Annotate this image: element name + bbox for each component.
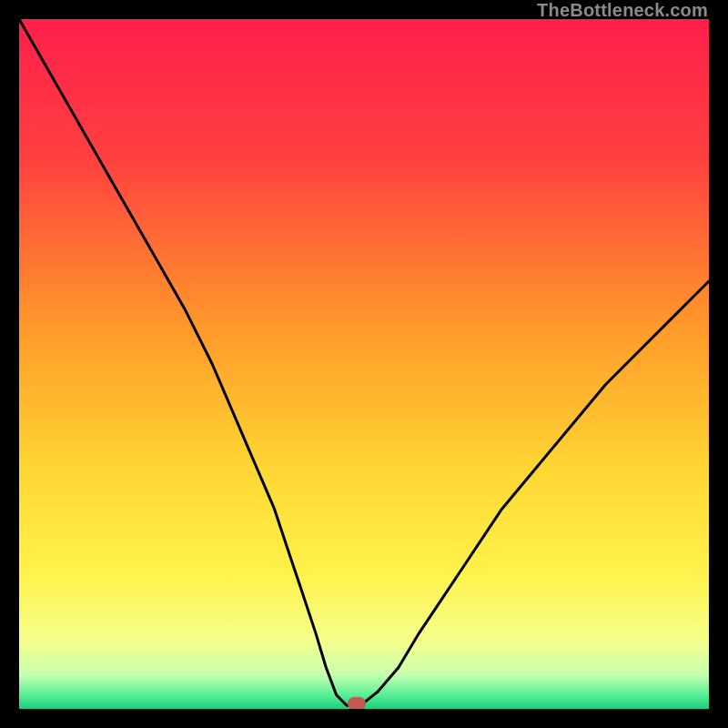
optimal-point-marker: [348, 697, 366, 709]
chart-frame: TheBottleneck.com: [0, 0, 728, 728]
bottleneck-curve: [19, 19, 709, 709]
plot-area: [19, 19, 709, 709]
watermark-text: TheBottleneck.com: [537, 0, 708, 21]
